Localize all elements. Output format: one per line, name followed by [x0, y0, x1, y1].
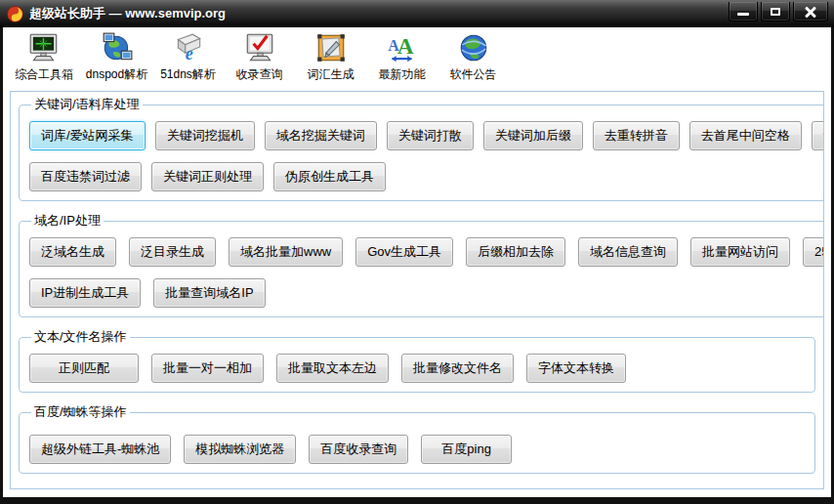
window-controls: [729, 2, 828, 21]
globe-computers-icon: [101, 31, 134, 64]
globe-icon: [457, 31, 490, 64]
app-window: 超级站长助手 — www.semvip.org: [0, 0, 834, 504]
btn-pseudo-original[interactable]: 伪原创生成工具: [273, 162, 386, 191]
toolbar: 综合工具箱 dnspod解析 e: [3, 27, 831, 88]
svg-text:A: A: [396, 33, 413, 59]
note-pencil-icon: [314, 31, 348, 64]
btn-pan-domain-gen[interactable]: 泛域名生成: [29, 237, 116, 267]
toolbar-item-label: 软件公告: [450, 66, 497, 83]
btn-domain-add-www[interactable]: 域名批量加www: [229, 237, 343, 267]
monitor-crosshair-icon: [27, 31, 61, 64]
group-title: 文本/文件名操作: [31, 328, 130, 346]
minimize-icon: [737, 13, 749, 16]
btn-regex-match[interactable]: 正则匹配: [29, 354, 139, 383]
group-baidu-spider: 百度/蜘蛛等操作 超级外链工具-蜘蛛池 模拟蜘蛛浏览器 百度收录查询 百度pin…: [19, 403, 815, 474]
btn-batch-text-left[interactable]: 批量取文本左边: [276, 354, 389, 383]
toolbar-item-toolbox[interactable]: 综合工具箱: [7, 30, 81, 83]
close-button[interactable]: [793, 2, 828, 21]
toolbar-item-label: dnspod解析: [86, 66, 147, 83]
minimize-button[interactable]: [729, 2, 758, 21]
toolbar-item-51dns[interactable]: e 51dns解析: [152, 30, 224, 83]
btn-keyword-regex[interactable]: 关键词正则处理: [151, 162, 264, 191]
toolbar-item-label: 收录查询: [236, 66, 283, 83]
toolbar-item-dnspod[interactable]: dnspod解析: [81, 30, 152, 83]
toolbar-item-vocab-gen[interactable]: 词汇生成: [295, 30, 366, 83]
toolbar-item-label: 51dns解析: [160, 66, 216, 83]
maximize-button[interactable]: [761, 2, 790, 21]
button-row: 正则匹配 批量一对一相加 批量取文本左边 批量修改文件名 字体文本转换: [29, 354, 807, 383]
btn-suffix-add-remove[interactable]: 后缀相加去除: [466, 237, 565, 267]
main-panel: 关键词/语料库处理 词库/爱站网采集 关键词挖掘机 域名挖掘关键词 关键词打散 …: [10, 91, 824, 489]
close-icon: [805, 6, 816, 18]
toolbar-item-index-check[interactable]: 收录查询: [224, 30, 295, 83]
btn-vocab-composite[interactable]: 词汇综合生成: [812, 121, 824, 150]
titlebar: 超级站长助手 — www.semvip.org: [0, 0, 834, 27]
btn-trim-spaces[interactable]: 去首尾中间空格: [689, 121, 802, 150]
group-domain-ip: 域名/IP处理 泛域名生成 泛目录生成 域名批量加www Gov生成工具 后缀相…: [19, 212, 824, 317]
svg-text:e: e: [185, 44, 192, 63]
group-keyword-corpus: 关键词/语料库处理 词库/爱站网采集 关键词挖掘机 域名挖掘关键词 关键词打散 …: [19, 96, 824, 201]
btn-ip-base-gen[interactable]: IP进制生成工具: [29, 278, 141, 308]
button-row: IP进制生成工具 批量查询域名IP: [29, 278, 824, 308]
btn-domain-dig-keywords[interactable]: 域名挖掘关键词: [265, 121, 377, 150]
btn-keyword-digger[interactable]: 关键词挖掘机: [155, 121, 255, 150]
toolbar-item-new-features[interactable]: A A 最新功能: [366, 30, 438, 83]
maximize-icon: [771, 8, 780, 16]
toolbar-item-label: 词汇生成: [308, 66, 354, 83]
monitor-checkmark-icon: [243, 31, 276, 64]
btn-baidu-banned-filter[interactable]: 百度违禁词过滤: [29, 162, 142, 191]
btn-pan-dir-gen[interactable]: 泛目录生成: [129, 237, 216, 267]
client-area: 综合工具箱 dnspod解析 e: [3, 27, 831, 497]
btn-baidu-ping[interactable]: 百度ping: [421, 435, 512, 464]
window-title: 超级站长助手 — www.semvip.org: [29, 5, 226, 22]
toolbar-item-label: 最新功能: [379, 66, 426, 83]
toolbar-item-label: 综合工具箱: [15, 66, 73, 83]
drive-e-icon: e: [172, 31, 205, 64]
button-row: 泛域名生成 泛目录生成 域名批量加www Gov生成工具 后缀相加去除 域名信息…: [29, 237, 824, 267]
toolbar-item-announcements[interactable]: 软件公告: [438, 30, 509, 83]
btn-domain-info-query[interactable]: 域名信息查询: [578, 237, 678, 267]
app-logo-icon: [7, 6, 23, 22]
group-title: 关键词/语料库处理: [31, 96, 143, 113]
btn-ciku-collect[interactable]: 词库/爱站网采集: [29, 121, 146, 150]
font-letters-icon: A A: [386, 31, 419, 64]
btn-keyword-shuffle[interactable]: 关键词打散: [387, 121, 474, 150]
btn-batch-domain-ip[interactable]: 批量查询域名IP: [153, 278, 265, 308]
btn-dedup-to-pinyin[interactable]: 去重转拼音: [593, 121, 680, 150]
btn-batch-rename-files[interactable]: 批量修改文件名: [401, 354, 514, 383]
group-title: 百度/蜘蛛等操作: [31, 403, 130, 421]
btn-superlink-spiderpool[interactable]: 超级外链工具-蜘蛛池: [29, 435, 171, 464]
group-text-filename: 文本/文件名操作 正则匹配 批量一对一相加 批量取文本左边 批量修改文件名 字体…: [19, 328, 815, 393]
btn-258ip-gen[interactable]: 258IP一键生成: [803, 237, 824, 267]
btn-batch-site-visit[interactable]: 批量网站访问: [690, 237, 790, 267]
btn-keyword-add-suffix[interactable]: 关键词加后缀: [483, 121, 583, 150]
group-title: 域名/IP处理: [31, 212, 104, 230]
button-row: 百度违禁词过滤 关键词正则处理 伪原创生成工具: [29, 162, 824, 191]
btn-batch-one2one-add[interactable]: 批量一对一相加: [151, 354, 264, 383]
button-row: 词库/爱站网采集 关键词挖掘机 域名挖掘关键词 关键词打散 关键词加后缀 去重转…: [29, 121, 824, 150]
btn-baidu-index-query[interactable]: 百度收录查询: [309, 435, 408, 464]
btn-gov-gen-tool[interactable]: Gov生成工具: [355, 237, 453, 267]
button-row: 超级外链工具-蜘蛛池 模拟蜘蛛浏览器 百度收录查询 百度ping: [29, 435, 807, 464]
btn-font-text-convert[interactable]: 字体文本转换: [526, 354, 626, 383]
btn-spider-browser-sim[interactable]: 模拟蜘蛛浏览器: [184, 435, 296, 464]
